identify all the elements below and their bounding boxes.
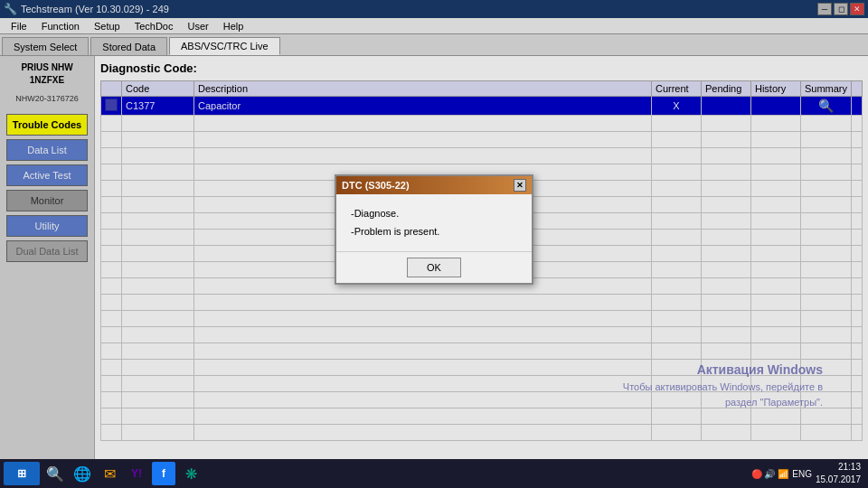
taskbar-ie[interactable]: 🌐	[71, 462, 94, 485]
systray-icons: 🔴 🔊 📶	[751, 469, 789, 479]
systray-lang: ENG	[792, 469, 812, 479]
taskbar-yahoo[interactable]: Y!	[125, 462, 148, 485]
taskbar-app5[interactable]: ❋	[179, 462, 203, 485]
time: 21:13	[816, 461, 861, 474]
ok-button[interactable]: OK	[407, 258, 461, 277]
modal-titlebar: DTC (S305-22) ✕	[336, 176, 532, 194]
modal-line1: -Diagnose.	[351, 205, 517, 223]
modal-close-button[interactable]: ✕	[514, 179, 526, 192]
start-button[interactable]: ⊞	[4, 462, 40, 485]
taskbar-systray: 🔴 🔊 📶 ENG	[751, 469, 812, 479]
taskbar-mail[interactable]: ✉	[98, 462, 121, 485]
taskbar: ⊞ 🔍 🌐 ✉ Y! f ❋ 🔴 🔊 📶 ENG 21:13 15.07.201…	[0, 459, 868, 488]
date: 15.07.2017	[816, 474, 861, 486]
modal-body: -Diagnose. -Problem is present.	[336, 194, 532, 252]
modal-overlay: DTC (S305-22) ✕ -Diagnose. -Problem is p…	[0, 0, 868, 459]
modal-title: DTC (S305-22)	[342, 180, 410, 191]
taskbar-search[interactable]: 🔍	[43, 462, 67, 485]
modal-dialog: DTC (S305-22) ✕ -Diagnose. -Problem is p…	[335, 174, 533, 286]
modal-footer: OK	[336, 251, 532, 283]
taskbar-time: 21:13 15.07.2017	[816, 461, 864, 486]
modal-line2: -Problem is present.	[351, 223, 517, 241]
taskbar-fb[interactable]: f	[152, 462, 175, 485]
